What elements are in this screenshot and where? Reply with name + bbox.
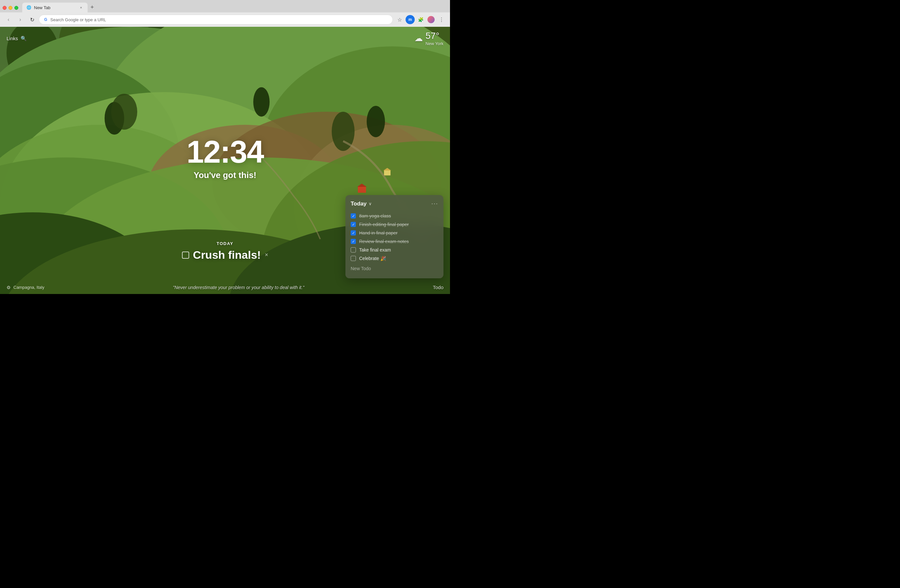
center-content: 12:34 You've got this! <box>186 136 264 180</box>
browser-chrome: 🌐 New Tab × + ‹ › ↻ G Search Google or t… <box>0 0 450 27</box>
todo-item[interactable]: ✓ Finish editing final paper <box>351 220 438 229</box>
search-btn[interactable]: 🔍 <box>20 36 27 42</box>
new-tab-btn[interactable]: + <box>88 3 97 12</box>
location-info: ⚙ Campagna, Italy <box>6 285 45 290</box>
tab-favicon: 🌐 <box>26 5 31 10</box>
close-traffic-light[interactable] <box>3 6 6 10</box>
todo-checkbox-6[interactable] <box>351 256 356 261</box>
top-bar: Links 🔍 ☁ 57° New York <box>0 27 450 50</box>
svg-point-29 <box>367 106 385 137</box>
new-todo-btn[interactable]: New Todo <box>351 264 438 273</box>
settings-icon[interactable]: ⚙ <box>6 285 11 290</box>
todo-checkbox-5[interactable] <box>351 247 356 252</box>
forward-btn[interactable]: › <box>16 15 25 24</box>
chevron-down-icon[interactable]: ∨ <box>369 201 372 206</box>
weather-icon: ☁ <box>414 33 423 43</box>
todo-item-text-2: Finish editing final paper <box>359 222 409 227</box>
weather-temperature: 57° <box>425 31 439 41</box>
weather-location: New York <box>425 41 444 46</box>
address-bar[interactable]: G Search Google or type a URL <box>39 15 393 24</box>
extensions-btn[interactable]: 🧩 <box>416 15 425 24</box>
more-options-icon[interactable]: ··· <box>431 200 438 207</box>
tab-close-btn[interactable]: × <box>78 5 84 10</box>
menu-btn[interactable]: ⋮ <box>437 15 446 24</box>
avatar-btn[interactable] <box>427 15 436 24</box>
main-todo-close[interactable]: × <box>265 252 268 258</box>
todo-checkbox-1[interactable]: ✓ <box>351 213 356 218</box>
todo-item[interactable]: Celebrate 🎉 <box>351 254 438 263</box>
todo-item[interactable]: ✓ 8am yoga class <box>351 212 438 220</box>
active-tab[interactable]: 🌐 New Tab × <box>22 3 88 12</box>
clock-display: 12:34 <box>186 136 264 167</box>
todo-panel-title-row: Today ∨ <box>351 201 372 207</box>
svg-point-26 <box>111 94 137 130</box>
location-text: Campagna, Italy <box>13 285 45 290</box>
todo-item-text-6: Celebrate 🎉 <box>359 256 386 261</box>
todo-item[interactable]: Take final exam <box>351 246 438 254</box>
todo-panel-header: Today ∨ ··· <box>351 200 438 207</box>
tab-title: New Tab <box>34 5 50 10</box>
todo-checkbox-4[interactable]: ✓ <box>351 239 356 244</box>
main-todo-checkbox[interactable] <box>182 252 189 259</box>
today-label: TODAY <box>182 241 268 246</box>
back-btn[interactable]: ‹ <box>4 15 13 24</box>
bottom-bar: ⚙ Campagna, Italy "Never underestimate y… <box>0 281 450 294</box>
nav-bar: ‹ › ↻ G Search Google or type a URL ☆ m … <box>0 12 450 27</box>
todo-item-text-5: Take final exam <box>359 247 391 252</box>
tab-bar: 🌐 New Tab × + <box>0 0 450 12</box>
todo-item-text-1: 8am yoga class <box>359 213 391 218</box>
nav-actions: ☆ m 🧩 ⋮ <box>395 15 446 24</box>
main-todo-text: Crush finals! <box>193 249 261 262</box>
main-todo: Crush finals! × <box>182 249 268 262</box>
quote-text: "Never underestimate your problem or you… <box>173 285 304 290</box>
todo-checkbox-3[interactable]: ✓ <box>351 230 356 235</box>
maximize-traffic-light[interactable] <box>14 6 18 10</box>
traffic-lights <box>3 6 18 12</box>
svg-point-27 <box>253 87 270 117</box>
todo-item-text-4: Review final exam notes <box>359 239 409 244</box>
address-text: Search Google or type a URL <box>50 17 106 22</box>
todo-items-list: ✓ 8am yoga class ✓ Finish editing final … <box>351 212 438 263</box>
todo-item[interactable]: ✓ Review final exam notes <box>351 237 438 246</box>
todo-panel: Today ∨ ··· ✓ 8am yoga class ✓ Finish ed… <box>345 195 444 279</box>
todo-tab-btn[interactable]: Todo <box>433 285 444 290</box>
todo-item[interactable]: ✓ Hand in final paper <box>351 229 438 237</box>
todo-panel-title: Today <box>351 201 367 207</box>
links-btn[interactable]: Links <box>6 36 18 41</box>
main-todo-section: TODAY Crush finals! × <box>182 241 268 262</box>
todo-checkbox-2[interactable]: ✓ <box>351 222 356 227</box>
new-tab-page: Links 🔍 ☁ 57° New York 12:34 You've got … <box>0 27 450 294</box>
weather-info: 57° New York <box>425 31 444 46</box>
refresh-btn[interactable]: ↻ <box>28 15 37 24</box>
weather-widget: ☁ 57° New York <box>414 31 444 46</box>
svg-rect-30 <box>358 187 366 193</box>
google-logo: G <box>43 17 48 22</box>
svg-rect-32 <box>384 170 391 175</box>
profile-btn[interactable]: m <box>405 15 415 24</box>
bookmark-btn[interactable]: ☆ <box>395 15 404 24</box>
minimize-traffic-light[interactable] <box>8 6 12 10</box>
links-section: Links 🔍 <box>6 36 27 42</box>
todo-item-text-3: Hand in final paper <box>359 230 398 235</box>
motivation-text: You've got this! <box>186 170 264 180</box>
